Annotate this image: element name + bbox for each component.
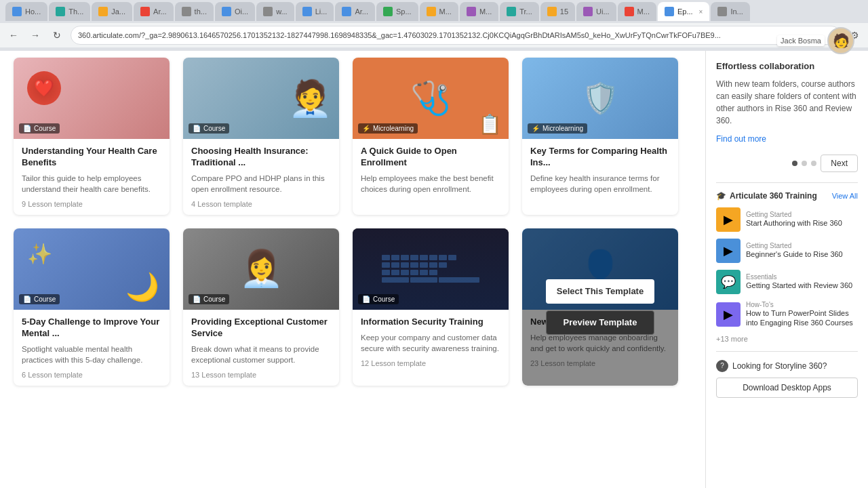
preview-template-button[interactable]: Preview Template: [546, 310, 654, 335]
tab-t17[interactable]: Ep...×: [658, 2, 709, 21]
training-title: 🎓 Articulate 360 Training: [716, 191, 817, 201]
card-mental-image: ✨ 🌙 📄Course: [14, 228, 170, 310]
tab-favicon-t16: [625, 7, 634, 16]
card-security-badge: 📄Course: [358, 294, 399, 304]
card-security[interactable]: 📄Course Information Security Training Ke…: [353, 228, 509, 386]
more-link[interactable]: +13 more: [716, 335, 858, 343]
tab-favicon-t14: [547, 7, 557, 16]
heart-decoration: ❤️: [27, 71, 61, 105]
card-security-image: 📄Course: [353, 228, 509, 310]
card-keyterms-image: 🛡️ ⚡Microlearning: [522, 58, 678, 139]
card-openroll-image: 🩺 📋 ⚡Microlearning: [353, 58, 509, 139]
tab-t16[interactable]: M...: [618, 2, 656, 21]
tab-t15[interactable]: Ui...: [576, 2, 616, 21]
card-openroll-badge: ⚡Microlearning: [358, 123, 418, 134]
tab-t18[interactable]: In...: [711, 2, 749, 21]
tab-t9[interactable]: Ar...: [335, 2, 375, 21]
tab-favicon-t5: [182, 7, 191, 16]
storyline-icon: ?: [716, 360, 728, 372]
next-button[interactable]: Next: [821, 155, 858, 172]
card-choose-meta: 4 Lesson template: [191, 200, 331, 208]
card-mental-title: 5-Day Challenge to Improve Your Mental .…: [22, 317, 161, 340]
card-mental-meta: 6 Lesson template: [22, 371, 161, 379]
card-employee-overlay: Select This Template Preview Template: [522, 228, 678, 386]
card-choose-title: Choosing Health Insurance: Traditional .…: [191, 146, 331, 169]
forward-button[interactable]: →: [27, 27, 43, 43]
moon-icon: 🌙: [125, 271, 159, 303]
card-mental-body: 5-Day Challenge to Improve Your Mental .…: [14, 310, 170, 386]
card-health-badge: 📄Course: [19, 123, 60, 134]
address-bar[interactable]: 360.articulate.com/?_ga=2.9890613.164657…: [71, 26, 841, 45]
browser-tabs: Ho...Th...Ja...Ar...th...Oi...w...Li...A…: [0, 0, 868, 23]
training-header: 🎓 Articulate 360 Training View All: [716, 191, 858, 201]
tab-favicon-t1: [12, 7, 22, 16]
tab-t6[interactable]: Oi...: [215, 2, 255, 21]
training-thumb-4-icon: ▶: [724, 307, 733, 322]
card-mental-badge: 📄Course: [19, 294, 60, 304]
tab-t10[interactable]: Sp...: [376, 2, 418, 21]
view-all-link[interactable]: View All: [832, 192, 858, 200]
card-openroll[interactable]: 🩺 📋 ⚡Microlearning A Quick Guide to Open…: [353, 58, 509, 215]
card-choose-image: 🧑‍💼 📄Course: [183, 58, 339, 139]
collab-title: Effortless collaboration: [716, 61, 858, 71]
card-openroll-body: A Quick Guide to Open Enrollment Help em…: [353, 139, 509, 207]
card-choose[interactable]: 🧑‍💼 📄Course Choosing Health Insurance: T…: [183, 58, 339, 215]
training-item-3-title: Getting Started with Review 360: [746, 281, 852, 290]
tab-favicon-t15: [583, 7, 593, 16]
find-more-link[interactable]: Find out more: [716, 134, 766, 144]
card-mental[interactable]: ✨ 🌙 📄Course 5-Day Challenge to Improve Y…: [14, 228, 170, 386]
download-button[interactable]: Download Desktop Apps: [716, 378, 858, 398]
tab-t11[interactable]: M...: [420, 2, 458, 21]
choose-person-icon: 🧑‍💼: [288, 78, 332, 119]
storyline-text: Looking for Storyline 360?: [732, 361, 827, 371]
training-item-1-title: Start Authoring with Rise 360: [746, 218, 842, 228]
card-choose-desc: Compare PPO and HDHP plans in this open …: [191, 173, 331, 195]
clipboard-icon: 📋: [478, 113, 502, 136]
avatar-area: Jack Bosma 🧑: [777, 27, 854, 54]
pagination-area: Next: [716, 155, 858, 172]
card-health[interactable]: ❤️ 📄Course Understanding Your Health Car…: [14, 58, 170, 215]
training-item-4-category: How-To's: [746, 301, 858, 308]
card-security-title: Information Security Training: [361, 317, 500, 328]
tab-t13[interactable]: Tr...: [500, 2, 539, 21]
card-mental-desc: Spotlight valuable mental health practic…: [22, 344, 161, 365]
card-health-image: ❤️ 📄Course: [14, 58, 170, 139]
card-choose-badge: 📄Course: [189, 123, 229, 134]
stethoscope-icon: 🩺: [410, 79, 451, 117]
card-openroll-desc: Help employees make the best benefit cho…: [361, 173, 500, 195]
card-keyterms[interactable]: 🛡️ ⚡Microlearning Key Terms for Comparin…: [522, 58, 678, 215]
card-service-title: Providing Exceptional Customer Service: [191, 317, 331, 340]
tab-t5[interactable]: th...: [175, 2, 214, 21]
refresh-button[interactable]: ↻: [49, 27, 65, 43]
training-thumb-1-icon: ▶: [724, 212, 733, 227]
training-item-3[interactable]: 💬 Essentials Getting Started with Review…: [716, 270, 858, 294]
back-button[interactable]: ←: [5, 27, 22, 43]
training-item-4[interactable]: ▶ How-To's How to Turn PowerPoint Slides…: [716, 301, 858, 328]
tab-t12[interactable]: M...: [460, 2, 498, 21]
tab-t14[interactable]: 15: [540, 2, 575, 21]
card-employee[interactable]: 👤 Select This Template Preview Template …: [522, 228, 678, 386]
tab-t7[interactable]: w...: [256, 2, 294, 21]
card-service-body: Providing Exceptional Customer Service B…: [183, 310, 339, 386]
tab-t1[interactable]: Ho...: [5, 2, 47, 21]
training-item-2[interactable]: ▶ Getting Started Beginner's Guide to Ri…: [716, 239, 858, 263]
tab-t8[interactable]: Li...: [296, 2, 334, 21]
tab-t2[interactable]: Th...: [49, 2, 90, 21]
storyline-row[interactable]: ? Looking for Storyline 360?: [716, 360, 858, 372]
card-choose-body: Choosing Health Insurance: Traditional .…: [183, 139, 339, 215]
training-thumb-1: ▶: [716, 207, 741, 232]
select-template-button[interactable]: Select This Template: [546, 279, 654, 304]
training-item-2-category: Getting Started: [746, 242, 843, 249]
avatar-icon[interactable]: 🧑: [827, 27, 854, 54]
url-text: 360.articulate.com/?_ga=2.9890613.164657…: [78, 31, 721, 39]
service-person-icon: 👩‍💼: [239, 248, 283, 289]
tab-t4[interactable]: Ar...: [134, 2, 174, 21]
tab-close-t17[interactable]: ×: [699, 8, 703, 16]
main-content: ❤️ 📄Course Understanding Your Health Car…: [0, 51, 868, 488]
tab-favicon-t8: [302, 7, 312, 16]
card-keyterms-title: Key Terms for Comparing Health Ins...: [530, 146, 670, 169]
training-item-1[interactable]: ▶ Getting Started Start Authoring with R…: [716, 207, 858, 232]
tab-favicon-t4: [140, 7, 150, 16]
card-service[interactable]: 👩‍💼 📄Course Providing Exceptional Custom…: [183, 228, 339, 386]
tab-t3[interactable]: Ja...: [92, 2, 132, 21]
